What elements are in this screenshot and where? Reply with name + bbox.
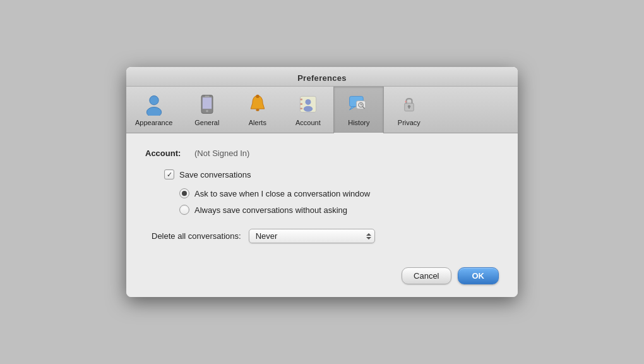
phone-icon — [194, 92, 220, 117]
preferences-window: Preferences Appearance General — [126, 67, 518, 297]
delete-select-wrapper: Never After one day After one week After… — [249, 229, 375, 243]
svg-point-4 — [206, 110, 208, 112]
save-conversations-checkbox[interactable]: ✓ — [164, 169, 174, 179]
toolbar-label-history: History — [348, 119, 369, 126]
options-section: ✓ Save conversations Ask to save when I … — [164, 169, 499, 215]
bell-icon — [245, 92, 270, 117]
svg-point-0 — [149, 96, 158, 105]
svg-marker-15 — [350, 107, 355, 110]
toolbar-label-alerts: Alerts — [249, 119, 266, 126]
radio-always-label: Always save conversations without asking — [194, 205, 347, 215]
person-icon — [141, 92, 167, 117]
toolbar-label-general: General — [194, 119, 219, 126]
svg-rect-3 — [203, 97, 212, 109]
svg-point-9 — [305, 99, 311, 105]
account-field-value: (Not Signed In) — [194, 149, 249, 158]
svg-rect-13 — [300, 107, 302, 109]
content-area: Account: (Not Signed In) ✓ Save conversa… — [126, 133, 518, 297]
svg-rect-6 — [256, 109, 259, 111]
toolbar: Appearance General Alerts — [126, 87, 518, 133]
toolbar-item-history[interactable]: History — [333, 87, 384, 133]
delete-select[interactable]: Never After one day After one week After… — [249, 229, 375, 243]
toolbar-item-privacy[interactable]: Privacy — [384, 87, 434, 133]
save-conversations-row[interactable]: ✓ Save conversations — [164, 169, 499, 179]
contacts-icon — [295, 92, 321, 117]
svg-rect-12 — [300, 103, 302, 105]
radio-ask[interactable] — [179, 188, 189, 198]
radio-ask-row[interactable]: Ask to save when I close a conversation … — [179, 188, 499, 198]
svg-point-7 — [256, 95, 259, 98]
delete-row: Delete all conversations: Never After on… — [152, 229, 499, 243]
ok-button[interactable]: OK — [458, 267, 499, 284]
account-row: Account: (Not Signed In) — [145, 149, 499, 158]
checkmark-icon: ✓ — [167, 171, 172, 178]
toolbar-item-appearance[interactable]: Appearance — [126, 87, 182, 133]
radio-dot-ask — [182, 191, 187, 196]
toolbar-item-alerts[interactable]: Alerts — [232, 87, 283, 133]
toolbar-item-account[interactable]: Account — [283, 87, 333, 133]
radio-options-group: Ask to save when I close a conversation … — [179, 188, 499, 215]
svg-point-10 — [304, 106, 313, 112]
svg-rect-23 — [408, 107, 410, 109]
svg-point-1 — [146, 107, 161, 116]
toolbar-label-privacy: Privacy — [398, 119, 420, 126]
titlebar: Preferences — [126, 67, 518, 87]
lock-icon — [397, 92, 422, 117]
svg-rect-11 — [300, 99, 302, 100]
svg-rect-5 — [205, 96, 209, 97]
radio-always-row[interactable]: Always save conversations without asking — [179, 205, 499, 215]
chat-history-icon — [346, 92, 371, 117]
toolbar-item-general[interactable]: General — [182, 87, 232, 133]
toolbar-label-account: Account — [295, 119, 321, 126]
window-title: Preferences — [297, 73, 347, 83]
svg-rect-24 — [405, 101, 407, 103]
save-conversations-label: Save conversations — [179, 170, 251, 179]
account-field-label: Account: — [145, 149, 189, 158]
button-row: Cancel OK — [145, 261, 499, 284]
delete-conversations-label: Delete all conversations: — [152, 231, 241, 241]
radio-always[interactable] — [179, 205, 189, 215]
radio-ask-label: Ask to save when I close a conversation … — [194, 189, 370, 198]
toolbar-label-appearance: Appearance — [135, 119, 172, 126]
cancel-button[interactable]: Cancel — [402, 267, 451, 284]
